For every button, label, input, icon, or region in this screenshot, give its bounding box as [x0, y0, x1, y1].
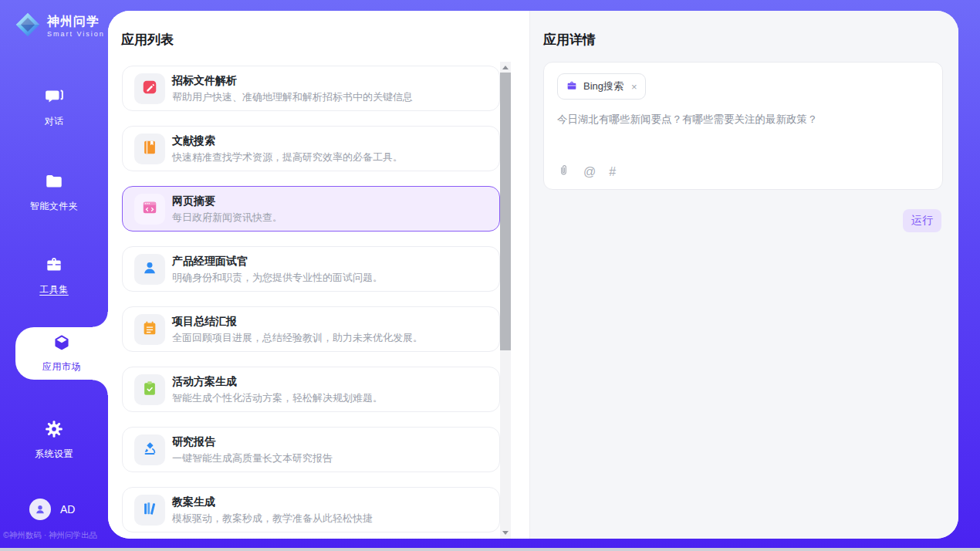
main-window: 应用列表 招标文件解析 帮助用户快速、准确地理解和解析招标书中的关键信息: [108, 11, 958, 539]
document-edit-icon: [141, 79, 158, 99]
app-desc: 帮助用户快速、准确地理解和解析招标书中的关键信息: [172, 90, 413, 104]
app-card-pm-interviewer[interactable]: 产品经理面试官 明确身份和职责，为您提供专业性的面试问题。: [122, 246, 500, 292]
app-card-lesson-plan[interactable]: 教案生成 模板驱动，教案秒成，教学准备从此轻松快捷: [122, 487, 500, 532]
app-name: 网页摘要: [172, 194, 215, 208]
app-desc: 全面回顾项目进展，总结经验教训，助力未来优化发展。: [172, 331, 423, 345]
clipboard-check-icon: [141, 380, 158, 400]
mention-icon[interactable]: @: [583, 165, 596, 179]
book-icon: [141, 139, 158, 159]
tool-tag-bing-search[interactable]: Bing搜索 ×: [557, 73, 646, 100]
app-desc: 一键智能生成高质量长文本研究报告: [172, 451, 333, 465]
sidebar-item-label: 应用市场: [42, 360, 81, 374]
app-name: 教案生成: [172, 495, 215, 509]
paperclip-icon[interactable]: [557, 164, 570, 180]
app-desc: 每日政府新闻资讯快查。: [172, 211, 282, 225]
sidebar: 神州问学 Smart Vision 对话 智能文件夹 工具集: [0, 0, 108, 548]
sidebar-item-app-market[interactable]: 应用市场: [15, 327, 108, 380]
app-desc: 快速精准查找学术资源，提高研究效率的必备工具。: [172, 150, 403, 164]
list-scrollbar[interactable]: [500, 62, 511, 539]
prompt-input-card: Bing搜索 × 今日湖北有哪些新闻要点？有哪些需要关注的最新政策？ @ #: [543, 62, 943, 190]
report-note-icon: [141, 319, 158, 340]
sidebar-item-smart-folder[interactable]: 智能文件夹: [0, 171, 108, 213]
app-detail-title: 应用详情: [543, 31, 596, 49]
app-list-title: 应用列表: [121, 31, 174, 49]
app-list-pane: 应用列表 招标文件解析 帮助用户快速、准确地理解和解析招标书中的关键信息: [108, 11, 529, 539]
sidebar-item-toolset[interactable]: 工具集: [0, 255, 108, 296]
close-icon[interactable]: ×: [631, 81, 637, 93]
app-desc: 明确身份和职责，为您提供专业性的面试问题。: [172, 271, 383, 285]
sidebar-item-label: 工具集: [39, 283, 69, 296]
sidebar-item-settings[interactable]: 系统设置: [0, 419, 108, 461]
app-name: 产品经理面试官: [172, 255, 248, 269]
user-label: AD: [60, 503, 75, 516]
books-icon: [141, 500, 158, 520]
user-account[interactable]: AD: [29, 499, 75, 520]
app-name: 招标文件解析: [172, 74, 237, 88]
scroll-up-icon[interactable]: [502, 66, 509, 69]
sidebar-footer: ©神州数码 · 神州问学出品: [3, 530, 106, 541]
hashtag-icon[interactable]: #: [609, 165, 616, 179]
toolbox-icon: [44, 255, 64, 278]
tool-tag-label: Bing搜索: [583, 79, 623, 93]
sidebar-item-label: 对话: [45, 115, 64, 128]
run-button[interactable]: 运行: [903, 209, 941, 232]
app-card-project-report[interactable]: 项目总结汇报 全面回顾项目进展，总结经验教训，助力未来优化发展。: [122, 306, 500, 352]
app-card-web-summary[interactable]: 网页摘要 每日政府新闻资讯快查。: [122, 186, 500, 232]
interviewer-icon: [141, 259, 158, 279]
app-name: 文献搜索: [172, 134, 215, 148]
gear-icon: [44, 419, 64, 442]
avatar: [29, 499, 51, 520]
brand-diamond-icon: [14, 11, 42, 42]
sidebar-item-label: 系统设置: [35, 448, 73, 461]
app-desc: 模板驱动，教案秒成，教学准备从此轻松快捷: [172, 512, 373, 526]
microscope-icon: [141, 440, 158, 460]
brand-name: 神州问学: [47, 15, 105, 29]
folder-icon: [44, 171, 64, 194]
query-input[interactable]: 今日湖北有哪些新闻要点？有哪些需要关注的最新政策？: [557, 112, 930, 127]
scroll-down-icon[interactable]: [502, 531, 509, 535]
bottom-edge: [0, 548, 980, 551]
app-card-event-plan[interactable]: 活动方案生成 智能生成个性化活动方案，轻松解决规划难题。: [122, 367, 500, 412]
brand-subtitle: Smart Vision: [47, 30, 105, 38]
app-desc: 智能生成个性化活动方案，轻松解决规划难题。: [172, 391, 383, 405]
cube-icon: [52, 333, 72, 357]
app-name: 研究报告: [172, 435, 215, 449]
attachment-toolbar: @ #: [557, 164, 616, 180]
brand-logo: 神州问学 Smart Vision: [14, 11, 105, 42]
app-detail-pane: 应用详情 Bing搜索 × 今日湖北有哪些新闻要点？有哪些需要关注的最新政策？: [529, 11, 958, 539]
app-name: 活动方案生成: [172, 375, 237, 389]
sidebar-item-label: 智能文件夹: [30, 200, 79, 213]
app-list: 招标文件解析 帮助用户快速、准确地理解和解析招标书中的关键信息 文献搜索 快速精…: [122, 62, 500, 539]
chat-icon: [44, 86, 64, 110]
scrollbar-thumb[interactable]: [500, 73, 511, 350]
sidebar-item-chat[interactable]: 对话: [0, 86, 108, 128]
webpage-icon: [141, 199, 158, 219]
app-card-research-report[interactable]: 研究报告 一键智能生成高质量长文本研究报告: [122, 427, 500, 472]
app-card-literature-search[interactable]: 文献搜索 快速精准查找学术资源，提高研究效率的必备工具。: [122, 126, 500, 171]
briefcase-icon: [566, 79, 578, 94]
app-name: 项目总结汇报: [172, 315, 237, 329]
app-card-bid-parse[interactable]: 招标文件解析 帮助用户快速、准确地理解和解析招标书中的关键信息: [122, 66, 500, 111]
